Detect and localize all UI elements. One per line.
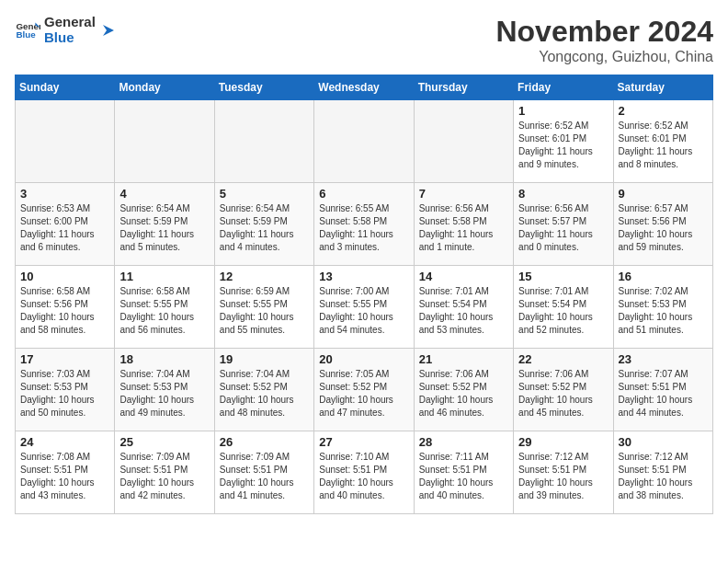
calendar-cell: 10Sunrise: 6:58 AM Sunset: 5:56 PM Dayli… [16, 266, 115, 349]
day-number: 24 [20, 435, 109, 449]
calendar-cell: 6Sunrise: 6:55 AM Sunset: 5:58 PM Daylig… [314, 183, 414, 266]
calendar-cell: 19Sunrise: 7:04 AM Sunset: 5:52 PM Dayli… [214, 349, 313, 431]
calendar-cell: 28Sunrise: 7:11 AM Sunset: 5:51 PM Dayli… [414, 431, 513, 514]
day-info: Sunrise: 7:06 AM Sunset: 5:52 PM Dayligh… [419, 368, 508, 419]
calendar-cell: 23Sunrise: 7:07 AM Sunset: 5:51 PM Dayli… [613, 349, 712, 431]
calendar-cell: 14Sunrise: 7:01 AM Sunset: 5:54 PM Dayli… [414, 266, 513, 349]
day-number: 12 [220, 270, 309, 283]
day-info: Sunrise: 7:07 AM Sunset: 5:51 PM Dayligh… [619, 368, 708, 419]
day-number: 3 [20, 187, 109, 201]
weekday-header: Sunday [16, 75, 115, 100]
header-row: SundayMondayTuesdayWednesdayThursdayFrid… [16, 75, 713, 100]
day-info: Sunrise: 7:01 AM Sunset: 5:54 PM Dayligh… [419, 285, 508, 337]
calendar-cell [16, 100, 115, 183]
calendar-cell: 22Sunrise: 7:06 AM Sunset: 5:52 PM Dayli… [514, 349, 613, 431]
day-number: 26 [220, 435, 309, 449]
calendar-week-row: 10Sunrise: 6:58 AM Sunset: 5:56 PM Dayli… [16, 266, 713, 349]
day-info: Sunrise: 6:59 AM Sunset: 5:55 PM Dayligh… [220, 285, 309, 337]
day-info: Sunrise: 6:53 AM Sunset: 6:00 PM Dayligh… [20, 202, 109, 254]
day-info: Sunrise: 6:58 AM Sunset: 5:55 PM Dayligh… [119, 285, 209, 337]
calendar-cell: 29Sunrise: 7:12 AM Sunset: 5:51 PM Dayli… [514, 431, 613, 514]
day-info: Sunrise: 7:11 AM Sunset: 5:51 PM Dayligh… [419, 451, 508, 502]
location-title: Yongcong, Guizhou, China [495, 49, 713, 65]
calendar-week-row: 24Sunrise: 7:08 AM Sunset: 5:51 PM Dayli… [16, 431, 713, 514]
calendar-cell: 1Sunrise: 6:52 AM Sunset: 6:01 PM Daylig… [514, 100, 613, 183]
logo-line2: Blue [44, 30, 96, 46]
logo: General Blue General Blue [15, 15, 118, 45]
calendar-cell: 7Sunrise: 6:56 AM Sunset: 5:58 PM Daylig… [414, 183, 513, 266]
day-number: 21 [419, 352, 508, 366]
day-number: 27 [319, 435, 408, 449]
day-info: Sunrise: 7:09 AM Sunset: 5:51 PM Dayligh… [220, 451, 309, 502]
weekday-header: Monday [115, 75, 214, 100]
day-number: 28 [419, 435, 508, 449]
day-number: 11 [119, 270, 209, 283]
calendar-cell: 16Sunrise: 7:02 AM Sunset: 5:53 PM Dayli… [613, 266, 712, 349]
calendar-cell: 3Sunrise: 6:53 AM Sunset: 6:00 PM Daylig… [16, 183, 115, 266]
logo-arrow-icon [99, 21, 118, 40]
calendar-cell [414, 100, 513, 183]
day-number: 15 [518, 270, 608, 283]
day-number: 8 [518, 187, 608, 201]
calendar-cell: 18Sunrise: 7:04 AM Sunset: 5:53 PM Dayli… [115, 349, 214, 431]
calendar-cell [214, 100, 313, 183]
calendar-cell: 13Sunrise: 7:00 AM Sunset: 5:55 PM Dayli… [314, 266, 414, 349]
logo-line1: General [44, 15, 96, 30]
day-info: Sunrise: 7:04 AM Sunset: 5:52 PM Dayligh… [220, 368, 309, 419]
day-number: 30 [619, 435, 708, 449]
day-info: Sunrise: 6:56 AM Sunset: 5:58 PM Dayligh… [419, 202, 508, 254]
day-number: 1 [518, 104, 608, 118]
calendar-cell: 26Sunrise: 7:09 AM Sunset: 5:51 PM Dayli… [214, 431, 313, 514]
calendar-cell [115, 100, 214, 183]
calendar-cell: 27Sunrise: 7:10 AM Sunset: 5:51 PM Dayli… [314, 431, 414, 514]
day-number: 6 [319, 187, 408, 201]
day-info: Sunrise: 6:52 AM Sunset: 6:01 PM Dayligh… [619, 120, 708, 171]
day-number: 16 [619, 270, 708, 283]
weekday-header: Tuesday [214, 75, 313, 100]
month-title: November 2024 [495, 15, 713, 49]
day-info: Sunrise: 6:56 AM Sunset: 5:57 PM Dayligh… [518, 202, 608, 254]
calendar-cell: 2Sunrise: 6:52 AM Sunset: 6:01 PM Daylig… [613, 100, 712, 183]
calendar-week-row: 1Sunrise: 6:52 AM Sunset: 6:01 PM Daylig… [16, 100, 713, 183]
title-area: November 2024 Yongcong, Guizhou, China [495, 15, 713, 65]
calendar-cell: 17Sunrise: 7:03 AM Sunset: 5:53 PM Dayli… [16, 349, 115, 431]
weekday-header: Saturday [613, 75, 712, 100]
day-info: Sunrise: 7:02 AM Sunset: 5:53 PM Dayligh… [619, 285, 708, 337]
calendar-cell: 11Sunrise: 6:58 AM Sunset: 5:55 PM Dayli… [115, 266, 214, 349]
day-info: Sunrise: 7:04 AM Sunset: 5:53 PM Dayligh… [119, 368, 209, 419]
calendar-cell: 20Sunrise: 7:05 AM Sunset: 5:52 PM Dayli… [314, 349, 414, 431]
header: General Blue General Blue November 2024 … [15, 15, 713, 65]
svg-marker-3 [103, 25, 114, 36]
day-info: Sunrise: 7:12 AM Sunset: 5:51 PM Dayligh… [518, 451, 608, 502]
day-number: 5 [220, 187, 309, 201]
calendar-cell: 15Sunrise: 7:01 AM Sunset: 5:54 PM Dayli… [514, 266, 613, 349]
day-number: 10 [20, 270, 109, 283]
day-number: 9 [619, 187, 708, 201]
calendar-cell: 21Sunrise: 7:06 AM Sunset: 5:52 PM Dayli… [414, 349, 513, 431]
calendar-cell: 9Sunrise: 6:57 AM Sunset: 5:56 PM Daylig… [613, 183, 712, 266]
logo-icon: General Blue [15, 17, 40, 43]
calendar-cell [314, 100, 414, 183]
day-info: Sunrise: 7:08 AM Sunset: 5:51 PM Dayligh… [20, 451, 109, 502]
day-number: 20 [319, 352, 408, 366]
calendar-cell: 30Sunrise: 7:12 AM Sunset: 5:51 PM Dayli… [613, 431, 712, 514]
calendar-cell: 5Sunrise: 6:54 AM Sunset: 5:59 PM Daylig… [214, 183, 313, 266]
calendar-cell: 25Sunrise: 7:09 AM Sunset: 5:51 PM Dayli… [115, 431, 214, 514]
day-info: Sunrise: 7:01 AM Sunset: 5:54 PM Dayligh… [518, 285, 608, 337]
day-number: 29 [518, 435, 608, 449]
day-number: 4 [119, 187, 209, 201]
weekday-header: Friday [514, 75, 613, 100]
calendar-week-row: 17Sunrise: 7:03 AM Sunset: 5:53 PM Dayli… [16, 349, 713, 431]
day-number: 22 [518, 352, 608, 366]
day-info: Sunrise: 7:12 AM Sunset: 5:51 PM Dayligh… [619, 451, 708, 502]
day-info: Sunrise: 7:10 AM Sunset: 5:51 PM Dayligh… [319, 451, 408, 502]
day-info: Sunrise: 7:06 AM Sunset: 5:52 PM Dayligh… [518, 368, 608, 419]
calendar-week-row: 3Sunrise: 6:53 AM Sunset: 6:00 PM Daylig… [16, 183, 713, 266]
day-info: Sunrise: 6:54 AM Sunset: 5:59 PM Dayligh… [220, 202, 309, 254]
day-info: Sunrise: 6:52 AM Sunset: 6:01 PM Dayligh… [518, 120, 608, 171]
day-info: Sunrise: 7:05 AM Sunset: 5:52 PM Dayligh… [319, 368, 408, 419]
day-info: Sunrise: 7:09 AM Sunset: 5:51 PM Dayligh… [119, 451, 209, 502]
day-number: 2 [619, 104, 708, 118]
calendar-cell: 4Sunrise: 6:54 AM Sunset: 5:59 PM Daylig… [115, 183, 214, 266]
weekday-header: Thursday [414, 75, 513, 100]
